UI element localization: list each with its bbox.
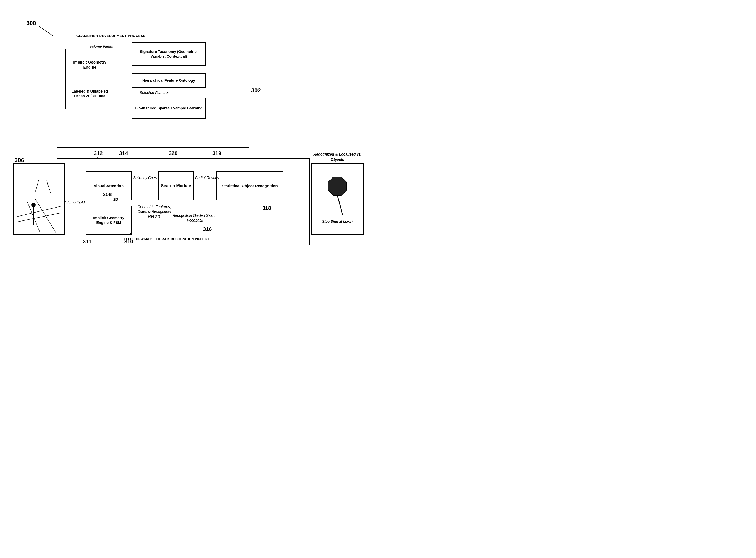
ref-311: 311 bbox=[83, 239, 92, 245]
classifier-title: CLASSIFIER DEVELOPMENT PROCESS bbox=[76, 34, 146, 38]
ref-300: 300 bbox=[26, 20, 36, 27]
ref-320: 320 bbox=[169, 150, 177, 156]
search-module-box: Search Module bbox=[158, 171, 194, 200]
ref-319: 319 bbox=[212, 150, 221, 156]
svg-line-3 bbox=[39, 26, 53, 35]
output-box: Stop Sign at (x,y,z) bbox=[311, 163, 364, 235]
ref-308: 308 bbox=[103, 192, 111, 198]
stop-sign-label: Stop Sign at (x,y,z) bbox=[322, 219, 353, 224]
labeled-unlabeled-box: Labeled & Unlabeled Urban 2D/3D Data bbox=[66, 78, 114, 109]
bio-inspired-box: Bio-Inspired Sparse Example Learning bbox=[132, 98, 206, 119]
diagram-container: 300 CLASSIFIER DEVELOPMENT PROCESS Impli… bbox=[0, 0, 378, 279]
label-3d: 3D bbox=[127, 232, 131, 236]
partial-results-label: Partial Results bbox=[195, 176, 219, 180]
statistical-object-box: Statistical Object Recognition bbox=[216, 171, 283, 200]
recognition-guided-label: Recognition Guided Search Feedback bbox=[169, 213, 221, 223]
recognized-objects-label: Recognized & Localized 3D Objects bbox=[307, 152, 368, 162]
selected-features-label: Selected Features bbox=[140, 91, 170, 95]
svg-rect-33 bbox=[14, 164, 64, 234]
ref-302: 302 bbox=[251, 87, 261, 94]
ref-314: 314 bbox=[119, 150, 128, 156]
saliency-cues-label: Saliency Cues bbox=[133, 176, 157, 180]
ref-312: 312 bbox=[94, 150, 103, 156]
scene-svg bbox=[14, 164, 64, 234]
implicit-geometry-fsm-box: Implicit Geometry Engine & FSM bbox=[86, 206, 132, 235]
hierarchical-feature-box: Hierarchical Feature Ontology bbox=[132, 73, 206, 88]
ref-306: 306 bbox=[15, 157, 24, 164]
pipeline-title: FEED-FORWARD/FEEDBACK RECOGNITION PIPELI… bbox=[124, 237, 210, 241]
volume-fields-label-top: Volume Fields bbox=[89, 44, 113, 49]
ref-318: 318 bbox=[262, 205, 271, 211]
scene-input-box bbox=[13, 163, 64, 235]
ref-310: 310 bbox=[124, 239, 133, 245]
label-2d: 2D bbox=[113, 197, 118, 201]
implicit-geometry-engine-top: Implicit Geometry Engine bbox=[66, 49, 114, 80]
svg-point-41 bbox=[31, 203, 35, 207]
volume-fields-bottom-label: Volume Fields bbox=[63, 200, 86, 205]
output-svg bbox=[321, 174, 353, 217]
signature-taxonomy-box: Signature Taxonomy (Geometric, Variable,… bbox=[132, 42, 206, 66]
svg-marker-44 bbox=[328, 177, 347, 196]
ref-316: 316 bbox=[203, 226, 212, 232]
svg-marker-38 bbox=[35, 185, 51, 193]
